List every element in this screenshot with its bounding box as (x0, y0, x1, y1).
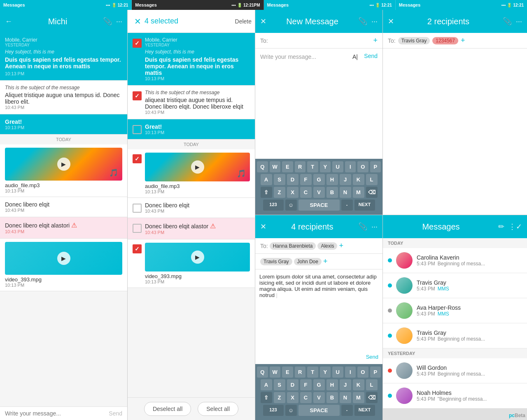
avatar-travis-2 (396, 327, 413, 344)
watermark: pcBeta (509, 413, 525, 418)
key-p-3[interactable]: P (370, 161, 381, 172)
conv-noah[interactable]: Noah Holmes 5:43 PM "Beginning of messa.… (383, 383, 527, 408)
send-btn-3b[interactable]: Send (366, 354, 378, 360)
to-row-3b: To: Hanna Barenbieta Alexis + (255, 238, 382, 254)
checkbox-5[interactable] (133, 204, 142, 213)
close-icon-4[interactable]: ✕ (388, 17, 394, 26)
checkbox-1[interactable] (133, 39, 142, 48)
close-selection-icon[interactable]: ✕ (134, 16, 141, 26)
close-icon-3[interactable]: ✕ (260, 17, 266, 26)
conv-travis-2[interactable]: Travis Gray 5:43 PM Beginning of messa..… (383, 323, 527, 348)
panel3-title: New Message (270, 17, 354, 26)
more-icon-3b[interactable]: ··· (371, 223, 378, 231)
close-icon-3b[interactable]: ✕ (260, 222, 266, 231)
edit-icon-4[interactable]: ✏ (498, 222, 504, 231)
panel2-msg-4[interactable]: Donec libero elqit 10:43 PM (128, 198, 255, 218)
dot-noah (388, 394, 392, 398)
to-row-4: To: Travis Gray 1234567 + (383, 33, 527, 49)
key-u-3[interactable]: U (332, 161, 343, 172)
compose-input-1[interactable] (5, 410, 105, 417)
more-icon-4[interactable]: ··· (516, 17, 522, 26)
to-input-3[interactable] (270, 37, 371, 44)
panel1-title: Michi (16, 17, 99, 26)
dot-ava (388, 309, 392, 313)
msg-item-2[interactable]: This is the subject of the message Aliqu… (0, 81, 127, 114)
back-icon[interactable]: ← (5, 17, 12, 26)
panel2-msg-3[interactable]: Great! 10:13 PM (128, 119, 255, 139)
to-plus-3[interactable]: + (373, 36, 378, 45)
chip-hanna[interactable]: Hanna Barenbieta (270, 242, 316, 250)
checkbox-3[interactable] (133, 125, 142, 134)
status-bar-3: Messages ▪▪▪ 🔋 12:21 (264, 0, 396, 10)
section-yesterday: YESTERDAY (383, 348, 527, 358)
panel1-compose: Send (0, 406, 127, 420)
select-all-btn[interactable]: Select all (198, 402, 238, 416)
msg-audio-1[interactable]: ▶ 🎵 audio_file.mp3 10:13 PM (0, 144, 127, 197)
msg-video-1[interactable]: ▶ video_393.mpg 10:13 PM (0, 239, 127, 291)
messages-list-header: Messages ✏ ⋮✓ (383, 215, 527, 238)
attach-icon-4[interactable]: 📎 (503, 17, 512, 26)
conv-travis-1[interactable]: Travis Gray 5:43 PM MMS (383, 273, 527, 298)
attach-icon-3b[interactable]: 📎 (358, 222, 367, 231)
key-e-3[interactable]: E (282, 161, 293, 172)
attach-icon-1[interactable]: 📎 (103, 17, 112, 26)
panel2-msg-2[interactable]: This is the subject of the message aliqu… (128, 86, 255, 119)
to-plus-3b-2[interactable]: + (323, 257, 328, 266)
more-icon-msgs[interactable]: ⋮✓ (508, 222, 522, 231)
status-app-3: Messages (267, 2, 289, 7)
panel3-header: ✕ New Message 📎 ··· (255, 10, 382, 33)
conversation-list: TODAY Carolina Kaverin 5:43 PM Beginning… (383, 238, 527, 420)
key-i-3[interactable]: I (345, 161, 356, 172)
send-btn-1[interactable]: Send (109, 410, 122, 417)
key-r-3[interactable]: R (295, 161, 306, 172)
messages-list-title: Messages (388, 222, 494, 232)
dot-carolina (388, 258, 392, 262)
chip-travis[interactable]: Travis Gray (260, 258, 292, 265)
deselect-all-btn[interactable]: Deselect all (144, 402, 191, 416)
panel1-header: ← Michi 📎 ··· (0, 10, 127, 33)
checkbox-6[interactable] (133, 224, 142, 233)
send-btn-3[interactable]: Send (364, 53, 378, 59)
conv-ava[interactable]: Ava Harper-Ross 5:43 PM MMS (383, 298, 527, 323)
panel2-msg-5[interactable]: Donec libero elqit alastor ⚠ 10:43 PM (128, 218, 255, 239)
status-app-2: Messages (135, 2, 157, 7)
msg-item-3[interactable]: Great! 10:13 PM (0, 114, 127, 135)
panel1-msg-list: Mobile, Carrier YESTERDAY Hey subject, t… (0, 33, 127, 406)
conv-carolina[interactable]: Carolina Kaverin 5:43 PM Beginning of me… (383, 248, 527, 273)
to-plus-3b[interactable]: + (339, 241, 343, 250)
checkbox-4[interactable] (133, 154, 142, 163)
more-icon-3[interactable]: ··· (371, 17, 378, 26)
checkbox-7[interactable] (133, 244, 142, 253)
chip-alexis[interactable]: Alexis (317, 242, 337, 250)
key-y-3[interactable]: Y (320, 161, 331, 172)
delete-btn[interactable]: Delete (235, 18, 252, 25)
to-row-3: To: + (255, 33, 382, 49)
panel2-audio[interactable]: ▶ 🎵 audio_file.mp3 10:13 PM (128, 149, 255, 198)
key-w-3[interactable]: W (270, 161, 281, 172)
chip-john[interactable]: John Doe (294, 258, 322, 265)
dot-travis-2 (388, 334, 392, 338)
more-icon-1[interactable]: ··· (116, 17, 122, 26)
panel3b-title: 4 recipients (270, 222, 354, 232)
key-o-3[interactable]: O (357, 161, 368, 172)
chip-travis-4[interactable]: Travis Gray (398, 37, 430, 44)
key-t-3[interactable]: T (307, 161, 318, 172)
panel2-msg-list: Mobile, Carrier YESTERDAY Hey subject, t… (128, 33, 255, 397)
avatar-noah (396, 388, 413, 404)
msg-item-1[interactable]: Mobile, Carrier YESTERDAY Hey subject, t… (0, 33, 127, 81)
conv-will[interactable]: Will Gordon 5:43 PM Beginning of messa..… (383, 358, 527, 383)
to-plus-4[interactable]: + (461, 36, 465, 45)
panel2-msg-1[interactable]: Mobile, Carrier YESTERDAY Hey subject, t… (128, 33, 255, 86)
key-q-3[interactable]: Q (257, 161, 268, 172)
msg-item-error-1[interactable]: Donec libero elqit alastori ⚠ 10:43 PM (0, 217, 127, 239)
panel2-video[interactable]: ▶ video_393.mpg 10:13 PM (128, 239, 255, 288)
avatar-ava (396, 302, 413, 319)
dot-will (388, 369, 392, 373)
panel3b-header: ✕ 4 recipients 📎 ··· (255, 215, 382, 238)
msg-item-plain-1[interactable]: Donec libero elqit 10:43 PM (0, 197, 127, 217)
avatar-will (396, 362, 413, 379)
checkbox-2[interactable] (133, 91, 142, 100)
chip-error-4[interactable]: 1234567 (432, 37, 458, 44)
status-bar-2: Messages ▪▪▪ 🔋 12:21PM (132, 0, 264, 10)
attach-icon-3[interactable]: 📎 (358, 17, 367, 26)
